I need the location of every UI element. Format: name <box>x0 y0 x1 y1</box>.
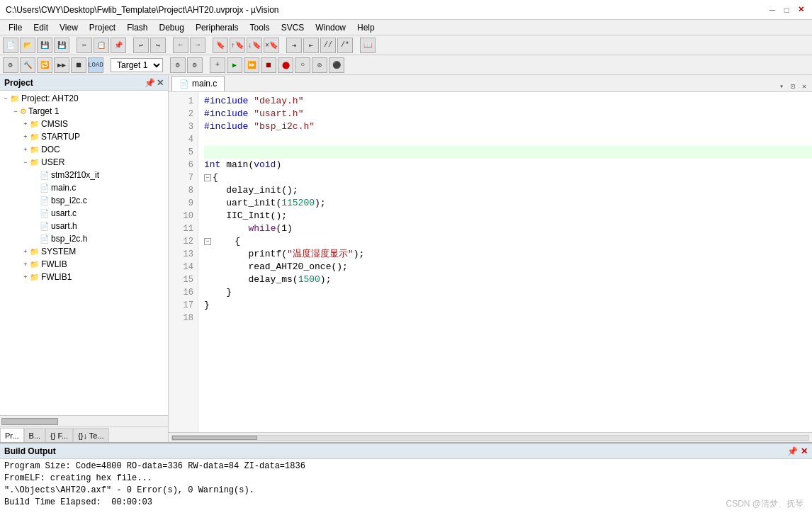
tree-item[interactable]: +📁STARTUP <box>1 130 167 143</box>
editor-hscroll[interactable] <box>169 432 812 442</box>
sep6 <box>354 38 359 53</box>
tb-bookmark-btn[interactable]: 🔖 <box>213 38 228 53</box>
tree-item[interactable]: −⚙Target 1 <box>1 105 167 118</box>
tb-bm-next-btn[interactable]: ↓🔖 <box>247 38 262 53</box>
tree-item[interactable]: 📄bsp_i2c.c <box>1 194 167 207</box>
build-pin-icon[interactable]: 📌 <box>787 446 798 456</box>
tb-bp-dis-btn[interactable]: ⊘ <box>312 57 327 73</box>
menu-item-svcs[interactable]: SVCS <box>276 21 310 34</box>
line-number: 8 <box>169 184 198 197</box>
menu-item-file[interactable]: File <box>3 21 28 34</box>
expand-icon[interactable]: + <box>21 133 30 140</box>
tb-breakpt-btn[interactable]: ⬤ <box>278 57 293 73</box>
tb-save-btn[interactable]: 💾 <box>37 38 52 53</box>
tb-nav-fwd-btn[interactable]: → <box>190 38 205 53</box>
menu-item-peripherals[interactable]: Peripherals <box>190 21 244 34</box>
tb-build-btn[interactable]: 🔨 <box>20 57 35 73</box>
tree-item[interactable]: +📁FWLIB1 <box>1 271 167 283</box>
editor-hscroll-thumb[interactable] <box>172 436 257 440</box>
tb-indent-btn[interactable]: ⇥ <box>286 38 302 53</box>
line-number: 6 <box>169 159 198 171</box>
tb-uncomment-btn[interactable]: /* <box>337 38 353 53</box>
build-close-icon[interactable]: ✕ <box>801 446 808 456</box>
menu-item-help[interactable]: Help <box>351 21 380 34</box>
expand-icon[interactable]: + <box>21 146 30 153</box>
tb-compile-btn[interactable]: ⚙ <box>3 57 18 73</box>
maximize-button[interactable]: □ <box>781 4 792 16</box>
tb-options-btn[interactable]: ⚙ <box>187 57 203 73</box>
tb-new-btn[interactable]: 📄 <box>3 38 18 53</box>
tree-item[interactable]: 📄main.c <box>1 181 167 194</box>
menu-item-edit[interactable]: Edit <box>28 21 54 34</box>
tree-item[interactable]: +📁SYSTEM <box>1 245 167 258</box>
project-hscroll-thumb[interactable] <box>1 418 58 425</box>
expand-icon[interactable]: − <box>21 159 30 166</box>
code-line: #include "bsp_i2c.h" <box>204 120 812 133</box>
tb-paste-btn[interactable]: 📌 <box>111 38 126 53</box>
expand-icon[interactable]: + <box>21 261 30 268</box>
tb-cut-btn[interactable]: ✂ <box>77 38 92 53</box>
editor-tab-0[interactable]: 📄main.c <box>171 76 225 91</box>
menu-item-flash[interactable]: Flash <box>121 21 153 34</box>
tb-saveall-btn[interactable]: 💾 <box>54 38 69 53</box>
tb-stop-btn[interactable]: ⏹ <box>71 57 86 73</box>
tree-item[interactable]: 📄bsp_i2c.h <box>1 232 167 245</box>
code-content[interactable]: #include "delay.h"#include "usart.h"#inc… <box>198 92 812 432</box>
tb-bp-all-btn[interactable]: ⚫ <box>329 57 344 73</box>
expand-icon[interactable]: + <box>21 248 30 255</box>
target-select[interactable]: Target 1 <box>111 58 163 72</box>
menu-item-view[interactable]: View <box>54 21 84 34</box>
expand-icon[interactable]: + <box>21 273 30 281</box>
bottom-tab-3[interactable]: {}↓ Te... <box>73 428 109 442</box>
tb-bm-prev-btn[interactable]: ↑🔖 <box>230 38 245 53</box>
tb-nav-back-btn[interactable]: ← <box>173 38 188 53</box>
tb-outdent-btn[interactable]: ⇤ <box>303 38 319 53</box>
tab-menu-btn[interactable]: ▾ <box>777 81 786 91</box>
close-button[interactable]: ✕ <box>795 4 806 16</box>
build-output-line: Build Time Elapsed: 00:00:03 <box>4 497 808 509</box>
expand-icon[interactable]: − <box>11 108 20 115</box>
tb-open-btn[interactable]: 📂 <box>20 38 35 53</box>
tb-open-doc-btn[interactable]: 📖 <box>360 38 376 53</box>
tb-load-btn[interactable]: LOAD <box>88 57 103 73</box>
tree-item[interactable]: +📁DOC <box>1 143 167 156</box>
tb-rebuild-btn[interactable]: 🔁 <box>37 57 52 73</box>
tb-manage-btn[interactable]: ⚙ <box>170 57 186 73</box>
tb-undo-btn[interactable]: ↩ <box>133 38 149 53</box>
tb-copy-btn[interactable]: 📋 <box>94 38 109 53</box>
tb-step-btn[interactable]: ⏩ <box>244 57 259 73</box>
bottom-tab-2[interactable]: {} F... <box>45 428 73 442</box>
tb-run-btn[interactable]: ▶ <box>227 57 242 73</box>
editor-hscroll-track[interactable] <box>171 435 809 441</box>
bottom-tab-0[interactable]: Pr... <box>0 428 24 442</box>
tree-item[interactable]: −📁USER <box>1 156 167 169</box>
tree-item[interactable]: 📄usart.c <box>1 207 167 220</box>
pin-icon[interactable]: 📌 <box>145 78 155 88</box>
tb-bm-clr-btn[interactable]: ×🔖 <box>264 38 279 53</box>
tb-bp-clr-btn[interactable]: ○ <box>295 57 310 73</box>
tree-item[interactable]: +📁FWLIB <box>1 258 167 271</box>
tab-float-btn[interactable]: ⊡ <box>788 81 798 91</box>
menu-item-window[interactable]: Window <box>310 21 351 34</box>
tb-debug-btn[interactable]: ⏹ <box>261 57 276 73</box>
menu-item-project[interactable]: Project <box>84 21 121 34</box>
tree-item[interactable]: +📁CMSIS <box>1 118 167 130</box>
project-hscroll[interactable] <box>0 415 168 426</box>
minimize-button[interactable]: ─ <box>767 4 778 16</box>
tree-item[interactable]: 📄usart.h <box>1 220 167 232</box>
tree-item[interactable]: 📄stm32f10x_it <box>1 169 167 181</box>
tree-item[interactable]: −📁Project: AHT20 <box>1 92 167 105</box>
collapse-button[interactable]: − <box>204 238 211 245</box>
collapse-button[interactable]: − <box>204 174 211 181</box>
tb-comment-btn[interactable]: // <box>320 38 336 53</box>
expand-icon[interactable]: − <box>1 95 10 102</box>
bottom-tab-1[interactable]: B... <box>24 428 46 442</box>
tb-add-grp-btn[interactable]: + <box>210 57 225 73</box>
menu-item-tools[interactable]: Tools <box>244 21 276 34</box>
panel-close-icon[interactable]: ✕ <box>157 78 164 88</box>
tab-close-btn[interactable]: ✕ <box>799 81 809 91</box>
tb-redo-btn[interactable]: ↪ <box>150 38 166 53</box>
expand-icon[interactable]: + <box>21 120 30 128</box>
tb-batch-btn[interactable]: ▶▶ <box>54 57 69 73</box>
menu-item-debug[interactable]: Debug <box>154 21 190 34</box>
